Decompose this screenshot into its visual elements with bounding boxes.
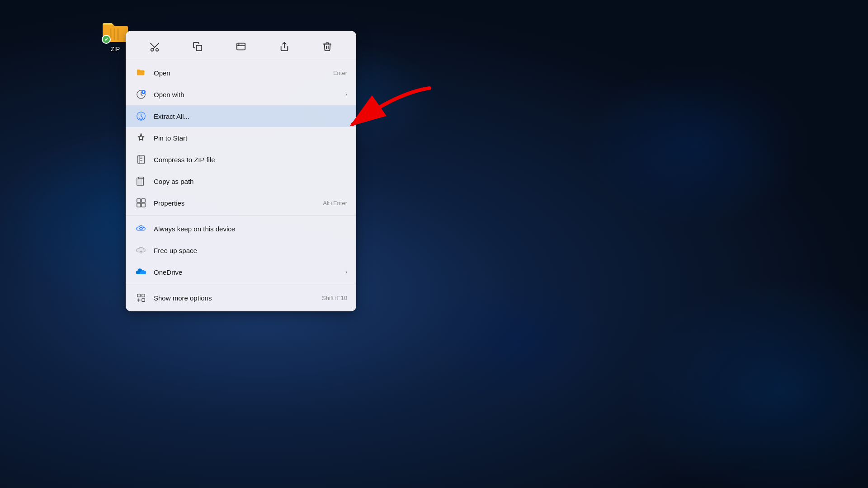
svg-rect-23 xyxy=(137,203,141,207)
menu-toolbar xyxy=(126,33,356,60)
menu-item-extract-all[interactable]: Extract All... xyxy=(126,105,356,127)
open-with-icon xyxy=(135,88,147,101)
open-label: Open xyxy=(154,69,324,77)
extract-icon xyxy=(135,110,147,122)
sync-badge xyxy=(102,35,111,44)
compress-icon xyxy=(135,153,147,166)
open-with-arrow: › xyxy=(345,91,347,98)
svg-rect-28 xyxy=(142,299,145,301)
open-icon xyxy=(135,66,147,79)
cloud-sync-icon xyxy=(135,222,147,235)
svg-rect-26 xyxy=(137,294,140,297)
copy-path-icon xyxy=(135,175,147,188)
rename-button[interactable] xyxy=(231,38,251,55)
extract-all-label: Extract All... xyxy=(154,113,347,120)
open-with-label: Open with xyxy=(154,91,342,99)
divider-1 xyxy=(126,216,356,216)
show-more-label: Show more options xyxy=(154,294,313,302)
properties-icon xyxy=(135,197,147,209)
svg-rect-15 xyxy=(138,155,145,164)
copy-as-path-label: Copy as path xyxy=(154,178,347,185)
menu-item-properties[interactable]: Properties Alt+Enter xyxy=(126,192,356,214)
copy-button[interactable] xyxy=(188,38,208,55)
onedrive-label: OneDrive xyxy=(154,268,342,276)
cut-button[interactable] xyxy=(145,38,165,55)
keep-on-device-label: Always keep on this device xyxy=(154,225,347,233)
properties-label: Properties xyxy=(154,199,314,207)
pin-to-start-label: Pin to Start xyxy=(154,134,347,142)
svg-point-4 xyxy=(156,49,159,52)
menu-item-show-more[interactable]: Show more options Shift+F10 xyxy=(126,287,356,309)
delete-button[interactable] xyxy=(317,38,337,55)
menu-item-onedrive[interactable]: OneDrive › xyxy=(126,261,356,283)
svg-rect-27 xyxy=(142,294,145,297)
svg-rect-8 xyxy=(237,43,245,50)
svg-rect-21 xyxy=(137,199,141,202)
show-more-shortcut: Shift+F10 xyxy=(322,295,347,301)
menu-item-open[interactable]: Open Enter xyxy=(126,62,356,84)
menu-item-open-with[interactable]: Open with › xyxy=(126,84,356,105)
properties-shortcut: Alt+Enter xyxy=(323,200,347,206)
more-options-icon xyxy=(135,291,147,304)
pin-icon xyxy=(135,131,147,144)
onedrive-arrow: › xyxy=(345,269,347,275)
compress-label: Compress to ZIP file xyxy=(154,156,347,164)
svg-line-6 xyxy=(151,43,155,47)
menu-item-free-space[interactable]: Free up space xyxy=(126,239,356,261)
icon-label: ZIP xyxy=(111,46,120,52)
menu-item-keep-on-device[interactable]: Always keep on this device xyxy=(126,218,356,239)
svg-rect-7 xyxy=(197,45,202,51)
svg-rect-24 xyxy=(142,203,145,207)
cloud-up-icon xyxy=(135,244,147,257)
open-shortcut: Enter xyxy=(333,70,347,76)
svg-rect-20 xyxy=(139,177,144,179)
onedrive-icon xyxy=(135,266,147,278)
context-menu: Open Enter Open with › Extract All... xyxy=(126,31,356,311)
menu-item-pin-to-start[interactable]: Pin to Start xyxy=(126,127,356,149)
svg-rect-22 xyxy=(142,199,145,202)
menu-item-compress[interactable]: Compress to ZIP file xyxy=(126,149,356,170)
folder-icon-wrapper xyxy=(102,20,129,44)
share-button[interactable] xyxy=(274,38,294,55)
divider-2 xyxy=(126,285,356,285)
menu-item-copy-path[interactable]: Copy as path xyxy=(126,170,356,192)
free-space-label: Free up space xyxy=(154,247,347,254)
